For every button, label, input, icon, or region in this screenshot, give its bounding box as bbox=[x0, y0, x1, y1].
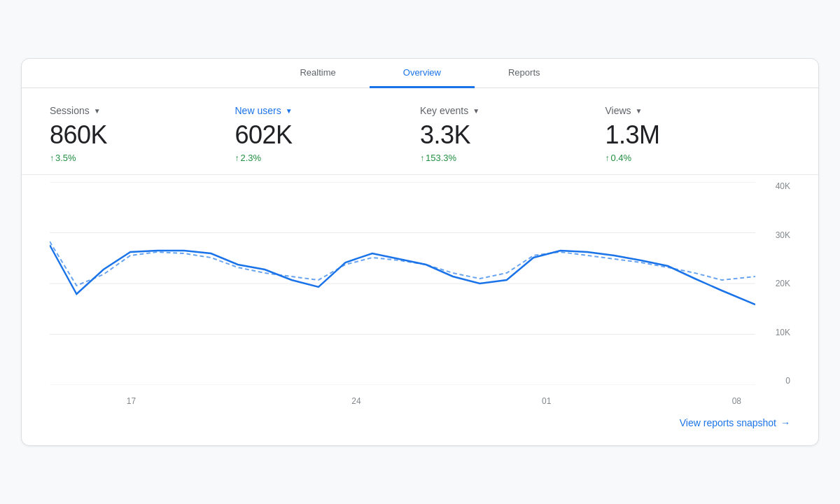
views-label-text: Views bbox=[606, 105, 631, 116]
view-reports-text: View reports snapshot bbox=[680, 417, 776, 428]
key-events-value: 3.3K bbox=[420, 120, 592, 150]
x-label-01: 01 bbox=[542, 396, 551, 406]
x-label-08: 08 bbox=[732, 396, 741, 406]
key-events-up-arrow: ↑ bbox=[420, 153, 424, 163]
y-label-30k: 30K bbox=[776, 231, 790, 239]
new-users-dropdown-icon[interactable]: ▼ bbox=[286, 107, 293, 115]
tab-overview[interactable]: Overview bbox=[370, 59, 475, 88]
metric-views: Views ▼ 1.3M ↑ 0.4% bbox=[606, 105, 791, 163]
dashed-line bbox=[50, 241, 755, 286]
solid-line bbox=[50, 245, 755, 304]
metrics-row: Sessions ▼ 860K ↑ 3.5% New users ▼ 602K … bbox=[22, 88, 818, 175]
y-axis: 40K 30K 20K 10K 0 bbox=[759, 182, 790, 385]
views-change-value: 0.4% bbox=[611, 153, 632, 163]
new-users-label[interactable]: New users ▼ bbox=[235, 105, 407, 116]
view-reports-arrow: → bbox=[780, 417, 790, 428]
new-users-change: ↑ 2.3% bbox=[235, 153, 407, 163]
views-up-arrow: ↑ bbox=[606, 153, 610, 163]
y-label-0: 0 bbox=[785, 377, 790, 385]
analytics-card: Realtime Overview Reports Sessions ▼ 860… bbox=[21, 58, 819, 446]
view-reports-link[interactable]: View reports snapshot → bbox=[680, 417, 790, 428]
key-events-label-text: Key events bbox=[420, 105, 468, 116]
key-events-label[interactable]: Key events ▼ bbox=[420, 105, 592, 116]
footer: View reports snapshot → bbox=[22, 406, 818, 431]
new-users-change-value: 2.3% bbox=[241, 153, 262, 163]
chart-container: 40K 30K 20K 10K 0 17 24 01 08 bbox=[50, 182, 790, 406]
key-events-change: ↑ 153.3% bbox=[420, 153, 592, 163]
tab-reports[interactable]: Reports bbox=[475, 59, 574, 88]
chart-area: 40K 30K 20K 10K 0 17 24 01 08 bbox=[22, 175, 818, 406]
sessions-value: 860K bbox=[50, 120, 221, 150]
new-users-value: 602K bbox=[235, 120, 407, 150]
x-label-17: 17 bbox=[127, 396, 136, 406]
metric-sessions: Sessions ▼ 860K ↑ 3.5% bbox=[50, 105, 235, 163]
views-label[interactable]: Views ▼ bbox=[606, 105, 777, 116]
sessions-label[interactable]: Sessions ▼ bbox=[50, 105, 221, 116]
metric-new-users: New users ▼ 602K ↑ 2.3% bbox=[235, 105, 421, 163]
y-label-10k: 10K bbox=[776, 328, 790, 337]
tab-realtime[interactable]: Realtime bbox=[266, 59, 369, 88]
y-label-20k: 20K bbox=[776, 279, 790, 288]
views-dropdown-icon[interactable]: ▼ bbox=[636, 107, 643, 115]
new-users-label-text: New users bbox=[235, 105, 281, 116]
views-change: ↑ 0.4% bbox=[606, 153, 777, 163]
sessions-up-arrow: ↑ bbox=[50, 153, 54, 163]
tab-bar: Realtime Overview Reports bbox=[22, 59, 818, 88]
key-events-dropdown-icon[interactable]: ▼ bbox=[472, 107, 479, 115]
new-users-up-arrow: ↑ bbox=[235, 153, 239, 163]
sessions-label-text: Sessions bbox=[50, 105, 90, 116]
x-label-24: 24 bbox=[351, 396, 360, 406]
sessions-change-value: 3.5% bbox=[55, 153, 76, 163]
sessions-dropdown-icon[interactable]: ▼ bbox=[94, 107, 101, 115]
metric-key-events: Key events ▼ 3.3K ↑ 153.3% bbox=[420, 105, 606, 163]
views-value: 1.3M bbox=[606, 120, 777, 150]
chart-svg bbox=[50, 182, 755, 385]
key-events-change-value: 153.3% bbox=[426, 153, 456, 163]
sessions-change: ↑ 3.5% bbox=[50, 153, 221, 163]
y-label-40k: 40K bbox=[776, 182, 790, 190]
x-axis: 17 24 01 08 bbox=[50, 396, 755, 406]
